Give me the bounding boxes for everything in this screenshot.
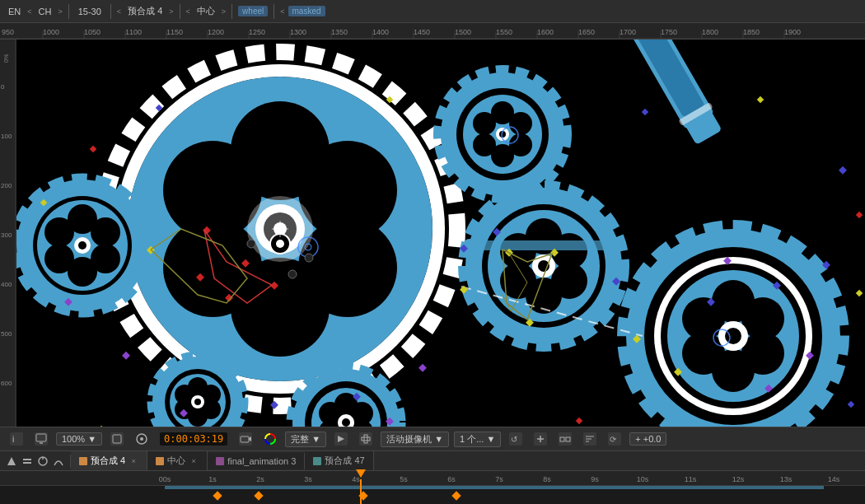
timemark-14s: 14s xyxy=(828,475,840,483)
viewport[interactable] xyxy=(16,40,865,427)
timemark-7s: 7s xyxy=(495,475,503,483)
svg-point-86 xyxy=(473,133,496,156)
zoom-dropdown[interactable]: 100% ▼ xyxy=(56,432,102,446)
keyframe-4[interactable] xyxy=(451,491,461,500)
svg-text:1800: 1800 xyxy=(702,28,718,36)
work-area-bar[interactable] xyxy=(165,486,824,489)
svg-rect-207 xyxy=(110,432,124,446)
canvas-area[interactable]: 0% 0 100 200 300 400 500 600 xyxy=(0,40,865,427)
tab-center[interactable]: 中心 × xyxy=(147,451,208,470)
ruler-svg: 950 1000 1050 1100 1150 1200 1250 1300 1… xyxy=(0,23,865,40)
timemark-11s: 11s xyxy=(685,475,697,483)
sort-icon[interactable] xyxy=(580,431,600,447)
tab-close-precomp4[interactable]: × xyxy=(129,456,138,466)
timemark-3s: 3s xyxy=(304,475,312,483)
svg-text:1450: 1450 xyxy=(414,28,430,36)
svg-text:1600: 1600 xyxy=(537,28,554,36)
svg-point-75 xyxy=(44,217,74,247)
svg-text:1050: 1050 xyxy=(84,28,101,36)
camera-icon[interactable] xyxy=(236,431,255,447)
center-label[interactable]: 中心 xyxy=(194,3,218,19)
tab-icon-center xyxy=(156,457,164,465)
zoom-arrow: ▼ xyxy=(87,434,96,444)
timeline-ruler: 00s 1s 2s 3s 4s 5s 6s 7s 8s 9s 10s 11s 1… xyxy=(0,471,865,504)
timeline-curve-btn[interactable] xyxy=(52,455,65,468)
quality-dropdown[interactable]: 完整 ▼ xyxy=(285,432,326,447)
sep4 xyxy=(231,4,232,19)
svg-point-71 xyxy=(91,217,120,247)
timeline-add-btn[interactable] xyxy=(5,455,18,468)
gear-visualization xyxy=(16,40,865,427)
monitor-icon[interactable] xyxy=(31,431,51,447)
tab-precomp47[interactable]: 预合成 47 xyxy=(305,451,373,470)
svg-text:500: 500 xyxy=(1,330,12,338)
svg-rect-236 xyxy=(23,462,31,464)
center-prev[interactable]: < xyxy=(186,7,190,16)
ch-next[interactable]: > xyxy=(58,7,62,16)
wheel-tag[interactable]: wheel xyxy=(238,6,268,16)
center-next[interactable]: > xyxy=(222,7,226,16)
render2-icon[interactable] xyxy=(356,431,376,447)
svg-point-113 xyxy=(682,297,725,340)
tab-final-animation[interactable]: final_animation 3 xyxy=(208,453,305,469)
comp-name[interactable]: 预合成 4 xyxy=(124,3,166,19)
keyframe-1[interactable] xyxy=(213,491,222,500)
fit-icon[interactable] xyxy=(107,431,127,447)
svg-point-77 xyxy=(78,241,86,250)
svg-point-139 xyxy=(342,418,350,427)
keyframe-2[interactable] xyxy=(254,491,263,500)
horizontal-ruler: 950 1000 1050 1100 1150 1200 1250 1300 1… xyxy=(0,23,865,40)
status-bar: i 100% ▼ 0:00:03:19 完整 ▼ 活动摄像机 ▼ 1 个... … xyxy=(0,427,865,451)
svg-point-195 xyxy=(247,240,255,248)
offset-display[interactable]: + +0.0 xyxy=(629,432,666,446)
svg-text:950: 950 xyxy=(2,28,14,36)
render-icon[interactable] xyxy=(331,431,351,447)
ch-prev[interactable]: < xyxy=(27,7,31,16)
comp-icon-svg: i xyxy=(10,432,23,446)
refresh-icon[interactable]: ⟳ xyxy=(605,431,624,447)
svg-text:400: 400 xyxy=(1,281,12,288)
tab-icon-final xyxy=(216,457,224,465)
comp-prev[interactable]: < xyxy=(117,7,121,16)
timeline-move-btn[interactable] xyxy=(21,455,34,468)
comp-next[interactable]: > xyxy=(169,7,173,16)
camera-select-dropdown[interactable]: 活动摄像机 ▼ xyxy=(381,432,449,447)
v-ruler-svg: 0% 0 100 200 300 400 500 600 xyxy=(0,40,16,427)
svg-point-83 xyxy=(509,112,532,135)
playhead-line xyxy=(360,479,362,504)
svg-text:1150: 1150 xyxy=(166,28,183,36)
svg-point-87 xyxy=(473,112,496,135)
lang-selector[interactable]: EN xyxy=(5,5,24,18)
masked-tag[interactable]: masked xyxy=(288,6,325,16)
masked-prev[interactable]: < xyxy=(280,7,284,16)
svg-text:0%: 0% xyxy=(3,54,9,63)
svg-point-196 xyxy=(305,254,313,262)
timeline-track[interactable] xyxy=(0,486,865,504)
tab-precomp4[interactable]: 预合成 4 × xyxy=(71,451,147,470)
tab-close-center[interactable]: × xyxy=(189,456,199,466)
timeline-snap-btn[interactable] xyxy=(36,455,49,468)
svg-text:1900: 1900 xyxy=(784,28,801,36)
svg-point-115 xyxy=(725,328,741,344)
channel-label[interactable]: CH xyxy=(35,5,55,18)
group-icon[interactable] xyxy=(555,431,575,447)
timecode-display[interactable]: 0:00:03:19 xyxy=(157,431,231,447)
transform-icon[interactable] xyxy=(531,431,550,447)
svg-text:1200: 1200 xyxy=(208,28,224,36)
svg-text:1300: 1300 xyxy=(290,28,306,36)
svg-text:1700: 1700 xyxy=(620,28,636,36)
svg-text:1100: 1100 xyxy=(125,28,142,36)
playhead-marker[interactable] xyxy=(356,469,366,478)
color-icon[interactable] xyxy=(260,431,280,447)
reset-icon[interactable]: ↺ xyxy=(506,431,526,447)
offset-value: +0.0 xyxy=(643,434,662,444)
range-label[interactable]: 15-30 xyxy=(75,5,105,18)
svg-text:1350: 1350 xyxy=(331,28,348,36)
tab-label-precomp4: 预合成 4 xyxy=(91,455,125,467)
settings-icon[interactable] xyxy=(132,431,152,447)
sep1 xyxy=(68,4,69,19)
zoom-value: 100% xyxy=(62,434,85,444)
count-dropdown[interactable]: 1 个... ▼ xyxy=(454,432,501,447)
tab-label-center: 中心 xyxy=(167,455,185,467)
svg-text:600: 600 xyxy=(1,380,12,387)
